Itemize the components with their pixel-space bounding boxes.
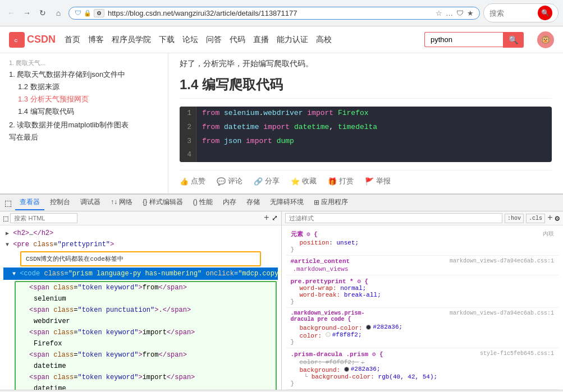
csdn-search-input[interactable] bbox=[424, 32, 503, 47]
toc-link-write[interactable]: 写在最后 bbox=[9, 133, 38, 141]
toc-link-13[interactable]: 1.3 分析天气预报网页 bbox=[18, 95, 89, 103]
tab-network[interactable]: ↑↓ 网络 bbox=[106, 195, 137, 210]
devtools-icon-inspect[interactable]: ⬚ bbox=[4, 199, 12, 207]
pick-element-icon[interactable]: ⬚ bbox=[3, 214, 8, 223]
color-dot-bgcolor[interactable] bbox=[366, 325, 371, 330]
color-dot-color[interactable] bbox=[326, 332, 331, 337]
address-bar[interactable]: 🛡 🔒 ⚙ https://blog.csdn.net/wangzirui32/… bbox=[68, 7, 480, 20]
nav-home[interactable]: 首页 bbox=[65, 35, 80, 45]
heart-icon[interactable]: 🛡 bbox=[456, 9, 464, 17]
nav-blog[interactable]: 博客 bbox=[88, 35, 104, 45]
dom-line-span-from2[interactable]: <span class="token keyword">from</span> bbox=[16, 349, 276, 361]
dom-content: ▶ <h2>…</h2> ▼ <pre class="prettyprint">… bbox=[0, 225, 281, 390]
collect-label: 收藏 bbox=[302, 176, 317, 186]
refresh-button[interactable]: ↻ bbox=[36, 6, 49, 20]
article-intro: 好了，分析完毕，开始编写爬取代码。 bbox=[180, 59, 552, 69]
dom-line-selenium[interactable]: selenium bbox=[16, 293, 276, 305]
nav-academy[interactable]: 程序员学院 bbox=[112, 35, 151, 45]
lock-icon: 🔒 bbox=[84, 10, 91, 17]
dom-add-button[interactable]: + bbox=[264, 213, 269, 223]
csdn-search: 🔍 bbox=[424, 32, 524, 48]
like-label: 点赞 bbox=[191, 176, 205, 186]
tab-applications[interactable]: ⊞应用程序 bbox=[309, 195, 353, 210]
toc-link-12[interactable]: 1.2 数据来源 bbox=[18, 82, 59, 91]
dom-line-span-punct[interactable]: <span class="token punctuation">.</span> bbox=[16, 305, 276, 316]
bookmark-icon[interactable]: ☆ bbox=[436, 9, 442, 17]
tab-inspector[interactable]: 查看器 bbox=[15, 195, 44, 210]
tab-accessibility[interactable]: 无障碍环境 bbox=[266, 195, 308, 210]
action-reward[interactable]: 🎁 打赏 bbox=[328, 176, 354, 186]
toc-link-1[interactable]: 1. 爬取天气数据并存储到json文件中 bbox=[9, 70, 125, 79]
tab-memory[interactable]: 内存 bbox=[218, 195, 241, 210]
line-num-2: 2 bbox=[180, 121, 196, 135]
hov-button[interactable]: :hov bbox=[505, 214, 524, 223]
dom-line-span-import[interactable]: <span class="token keyword">import</span… bbox=[16, 327, 276, 338]
toc-item-1: 1. 爬取天气数据并存储到json文件中 bbox=[9, 70, 159, 80]
nav-download[interactable]: 下载 bbox=[159, 35, 175, 45]
nav-live[interactable]: 直播 bbox=[253, 35, 269, 45]
dom-line-span-from[interactable]: <span class="token keyword">from</span> bbox=[16, 282, 276, 293]
avatar[interactable]: 🐵 bbox=[537, 31, 554, 48]
rule-key-bg: background: bbox=[300, 367, 341, 373]
csdn-nav: 首页 博客 程序员学院 下载 论坛 问答 代码 直播 能力认证 高校 bbox=[65, 35, 332, 45]
tab-performance[interactable]: () 性能 bbox=[189, 195, 217, 210]
dom-line-code-selected[interactable]: ▼ <code class="prism language-py has-num… bbox=[3, 268, 278, 280]
nav-cert[interactable]: 能力认证 bbox=[277, 35, 308, 45]
rule-close-3: } bbox=[291, 339, 295, 345]
browser-search-button[interactable]: 🔍 bbox=[538, 6, 552, 20]
dom-line-h2[interactable]: ▶ <h2>…</h2> bbox=[3, 228, 278, 239]
dom-line-pre[interactable]: ▼ <pre class="prettyprint"> bbox=[3, 239, 278, 250]
dom-search-input[interactable] bbox=[10, 213, 77, 223]
menu-icon[interactable]: … bbox=[446, 9, 453, 17]
forward-button[interactable]: → bbox=[20, 6, 34, 20]
back-button[interactable]: ← bbox=[4, 6, 18, 20]
rule-source-prism: style-f1c5feb645.css:1 bbox=[480, 351, 554, 359]
action-report[interactable]: 🚩 举报 bbox=[365, 176, 391, 186]
toc-top-label: 1. 爬取天气... bbox=[9, 59, 159, 67]
tab-storage[interactable]: 存储 bbox=[242, 195, 264, 210]
address-icons: 🛡 🔒 ⚙ bbox=[75, 9, 104, 17]
styles-settings-icon[interactable]: ⚙ bbox=[555, 214, 560, 223]
dom-line-webdriver[interactable]: webdriver bbox=[16, 316, 276, 327]
tab-style-editor[interactable]: {} 样式编辑器 bbox=[138, 195, 187, 210]
browser-search-input[interactable] bbox=[489, 9, 534, 17]
cls-button[interactable]: .cls bbox=[526, 214, 545, 223]
nav-qa[interactable]: 问答 bbox=[206, 35, 222, 45]
toc-link-2[interactable]: 2. 读取数据并使用matplotlib制作图表 bbox=[9, 121, 129, 129]
action-collect[interactable]: ⭐ 收藏 bbox=[291, 176, 317, 186]
action-comment[interactable]: 💬 评论 bbox=[217, 176, 242, 186]
rule-val-wordwrap: normal; bbox=[340, 285, 366, 292]
tab-debugger[interactable]: 调试器 bbox=[76, 195, 105, 210]
home-button[interactable]: ⌂ bbox=[52, 6, 65, 20]
url-text: https://blog.csdn.net/wangzirui32/articl… bbox=[108, 9, 432, 17]
csdn-search-button[interactable]: 🔍 bbox=[503, 32, 524, 48]
dom-line-datetime2[interactable]: datetime bbox=[16, 383, 276, 390]
star-icon[interactable]: ★ bbox=[467, 9, 474, 17]
toc-link-14[interactable]: 1.4 编写爬取代码 bbox=[18, 107, 74, 116]
dom-line-firefox[interactable]: Firefox bbox=[16, 338, 276, 349]
dom-expand-icon[interactable]: ⤢ bbox=[272, 214, 278, 223]
nav-code[interactable]: 代码 bbox=[230, 35, 245, 45]
styles-filter-input[interactable] bbox=[285, 213, 502, 223]
dom-line-span-import2[interactable]: <span class="token keyword">import</span… bbox=[16, 372, 276, 383]
line-code-2: from datetime import datetime, timedelta bbox=[196, 121, 383, 135]
action-like[interactable]: 👍 点赞 bbox=[180, 176, 205, 186]
triangle-icon-pre[interactable]: ▼ bbox=[6, 242, 9, 248]
triangle-icon[interactable]: ▶ bbox=[6, 230, 9, 237]
toc-item-2: 2. 读取数据并使用matplotlib制作图表 bbox=[9, 120, 159, 130]
rule-selector-article: #article_content bbox=[291, 258, 350, 265]
action-share[interactable]: 🔗 分享 bbox=[254, 176, 280, 186]
triangle-icon-code[interactable]: ▼ bbox=[12, 271, 16, 277]
rule-prop-position: position: unset; bbox=[291, 239, 555, 246]
dom-line-datetime[interactable]: datetime bbox=[16, 361, 276, 372]
status-bar: clea... > div#content_views.markdown_vie… bbox=[0, 390, 563, 392]
line-num-3: 3 bbox=[180, 135, 196, 149]
address-right-icons: ☆ … 🛡 ★ bbox=[436, 9, 474, 17]
csdn-logo[interactable]: C CSDN bbox=[9, 32, 56, 48]
tab-console[interactable]: 控制台 bbox=[45, 195, 75, 210]
styles-add-button[interactable]: + bbox=[547, 213, 553, 223]
color-dot-bg[interactable] bbox=[344, 367, 349, 372]
code-block: 1 from selenium.webdriver import Firefox… bbox=[180, 107, 552, 162]
nav-forum[interactable]: 论坛 bbox=[182, 35, 198, 45]
nav-campus[interactable]: 高校 bbox=[316, 35, 332, 45]
